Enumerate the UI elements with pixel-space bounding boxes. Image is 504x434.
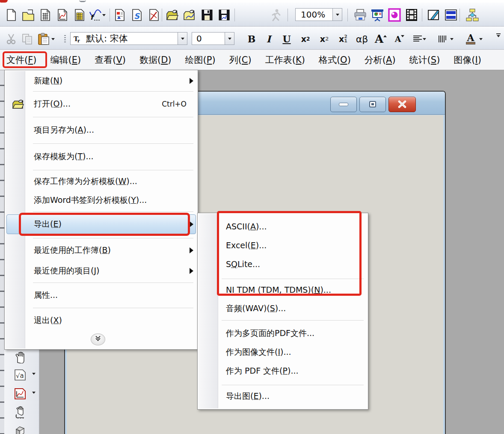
formula-tool-dropdown[interactable] (31, 371, 37, 377)
font-size-value: 0 (196, 33, 202, 44)
new-notes-icon[interactable]: S (129, 7, 145, 23)
italic-button[interactable]: I (261, 31, 276, 47)
paste-dropdown[interactable] (50, 31, 56, 47)
shortcut-label: Ctrl+O (162, 100, 187, 108)
superscript-button[interactable]: x2 (298, 31, 313, 47)
menu-item-properties[interactable]: 属性... (6, 283, 197, 307)
zoom-dropdown-arrow[interactable] (332, 9, 342, 21)
menubar: 文件(F) 编辑(E) 查看(V) 数据(D) 绘图(P) 列(C) 工作表(K… (0, 50, 504, 70)
menu-worksheet[interactable]: 工作表(K) (265, 51, 305, 68)
zoom-combobox[interactable]: 100% (295, 8, 342, 21)
zoom-value: 100% (301, 9, 325, 20)
toolbar-grip[interactable] (64, 35, 66, 43)
3d-tool-icon[interactable] (12, 424, 28, 434)
flowchart-icon[interactable] (465, 7, 480, 23)
new-project-icon[interactable] (3, 7, 19, 23)
menu-item-export-wav[interactable]: 音频(WAV)(S)... (199, 299, 367, 318)
menu-item-export-multipage-pdf[interactable]: 作为多页面的PDF文件... (199, 324, 367, 343)
font-color-dropdown[interactable] (477, 31, 484, 47)
run-script-icon (267, 7, 283, 23)
menu-data[interactable]: 数据(D) (139, 51, 172, 68)
menu-analysis[interactable]: 分析(A) (365, 51, 396, 68)
svg-text:√a: √a (16, 372, 24, 380)
menu-statistics[interactable]: 统计(S) (409, 51, 440, 68)
submenu-arrow-icon (190, 247, 193, 253)
font-face-icon: Tr (73, 34, 83, 43)
video-icon[interactable] (404, 7, 419, 23)
pan-tool-icon[interactable] (12, 349, 28, 365)
left-toolbar-fragment (0, 70, 4, 434)
paste-icon[interactable] (36, 31, 51, 47)
increase-font-button[interactable]: A (373, 31, 388, 47)
restore-button[interactable] (359, 97, 386, 112)
menu-item-save-template-as[interactable]: 保存模板为(T)... (6, 144, 197, 169)
minimize-button[interactable] (330, 97, 357, 112)
toolbar-overflow-button[interactable] (496, 33, 501, 37)
new-function-dropdown[interactable] (101, 7, 107, 23)
submenu-arrow-icon (190, 78, 193, 84)
column-width-dropdown[interactable] (448, 31, 455, 47)
menu-item-export-graph[interactable]: 导出图(E)... (199, 387, 367, 406)
edit-page-icon[interactable] (426, 7, 442, 23)
graph-tool-dropdown[interactable] (31, 389, 37, 395)
axis-pan-tool-icon[interactable] (12, 405, 28, 420)
bold-button[interactable]: B (244, 31, 259, 47)
copy-icon (20, 31, 35, 47)
menu-item-new[interactable]: 新建(N) (6, 71, 197, 90)
menu-item-recent-projects[interactable]: 最近使用的项目(J) (6, 261, 197, 281)
annotation-box-export-item (19, 213, 190, 236)
new-matrix-icon[interactable] (72, 7, 87, 23)
menu-image[interactable]: 图像(I) (454, 51, 481, 68)
subsuperscript-button[interactable]: x 21 (335, 31, 351, 47)
new-workbook-icon[interactable] (38, 7, 53, 23)
menu-format[interactable]: 格式(O) (319, 51, 351, 68)
menu-item-save-project-as[interactable]: 项目另存为(A)... (6, 117, 197, 143)
new-function-plot-icon[interactable]: f (89, 7, 102, 23)
open-icon (12, 98, 26, 110)
print-icon[interactable] (353, 7, 368, 23)
font-size-combobox[interactable]: 0 (192, 32, 234, 45)
greek-button[interactable]: αβ (354, 31, 370, 47)
font-size-dropdown-arrow[interactable] (225, 33, 234, 45)
new-folder-icon[interactable] (21, 7, 36, 23)
underline-button[interactable]: U (279, 31, 294, 47)
cut-icon (3, 31, 19, 47)
menu-expand-button[interactable] (91, 333, 105, 345)
font-color-button[interactable]: A (463, 31, 478, 47)
open-icon[interactable] (165, 7, 181, 23)
open-template-icon[interactable] (182, 7, 198, 23)
titlebar-fragment (79, 0, 86, 2)
close-button[interactable] (388, 97, 416, 112)
save-icon[interactable] (199, 7, 215, 23)
file-menu-panel: 新建(N) 打开(O)... Ctrl+O 项目另存为(A)... 保存模板为(… (4, 70, 198, 350)
submenu-arrow-icon (190, 268, 193, 274)
formula-tool-icon[interactable]: √a (12, 367, 28, 383)
menu-item-recent-books[interactable]: 最近使用的工作簿(B) (6, 241, 197, 260)
menu-plot[interactable]: 绘图(P) (185, 51, 216, 68)
standard-toolbar: f S 100% (0, 3, 504, 27)
font-name: 默认: 宋体 (86, 33, 128, 45)
menu-edit[interactable]: 编辑(E) (50, 51, 81, 68)
new-excel-icon[interactable] (146, 7, 162, 23)
menu-item-open[interactable]: 打开(O)... Ctrl+O (6, 92, 197, 116)
align-dropdown[interactable] (421, 31, 428, 47)
menu-item-exit[interactable]: 退出(X) (6, 309, 197, 332)
svg-text:r: r (77, 37, 80, 43)
font-combobox[interactable]: Tr 默认: 宋体 (70, 32, 187, 45)
graph-tool-icon[interactable] (12, 386, 28, 401)
menu-item-append-word-bookmark[interactable]: 添加Word书签到分析模板(Y)... (6, 191, 197, 210)
menu-item-save-workbook-as-analysis-template[interactable]: 保存工作簿为分析模板(W)... (6, 172, 197, 191)
slideshow-icon[interactable] (370, 7, 385, 23)
image-viewer-icon[interactable] (387, 7, 402, 23)
menu-column[interactable]: 列(C) (229, 51, 252, 68)
font-dropdown-arrow[interactable] (178, 33, 187, 45)
new-layout-icon[interactable] (112, 7, 127, 23)
subscript-button[interactable]: x2 (317, 31, 332, 47)
layout-rows-icon[interactable] (443, 7, 459, 23)
menu-item-export-image[interactable]: 作为图像文件(I)... (199, 343, 367, 362)
save-template-icon[interactable] (216, 7, 232, 23)
decrease-font-button[interactable]: A (392, 31, 407, 47)
menu-view[interactable]: 查看(V) (95, 51, 126, 68)
new-graph-icon[interactable] (55, 7, 70, 23)
menu-item-export-pdf[interactable]: 作为 PDF 文件(P)... (199, 362, 367, 380)
